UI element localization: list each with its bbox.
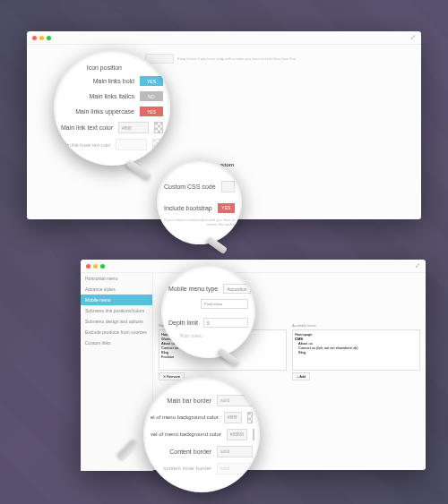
add-button[interactable]: + Add — [292, 372, 310, 380]
sidebar-item[interactable]: Advance styles — [81, 284, 152, 295]
expand-icon[interactable]: ⤢ — [415, 262, 422, 269]
available-items-list[interactable]: Homepage CMS About us Contact us (link n… — [292, 329, 420, 371]
sidebar: Horizontal menu Advance styles Mobile me… — [81, 273, 153, 471]
titlebar — [27, 31, 421, 45]
zoom-icon[interactable] — [100, 264, 105, 269]
sidebar-item[interactable]: Exclude products from sources — [81, 327, 152, 337]
zoom-icon[interactable] — [47, 36, 51, 40]
minimize-icon[interactable] — [39, 36, 44, 40]
sidebar-item[interactable]: Submenu link positions/colors — [81, 305, 152, 316]
magnifier-mobile-menu: Mobile menu typeAccordion .Push menu Dep… — [161, 264, 255, 358]
close-icon[interactable] — [86, 264, 90, 269]
titlebar — [81, 260, 426, 273]
magnifier-borders: Main bar bordersolid el of menu backgrou… — [143, 376, 260, 492]
expand-icon[interactable]: ⤢ — [410, 34, 418, 41]
magnifier-main-links: Icon position Main links boldYES Main li… — [54, 49, 170, 166]
sidebar-item[interactable]: Custom links — [81, 337, 152, 348]
sidebar-item-active[interactable]: Mobile menu — [81, 295, 152, 305]
sidebar-item[interactable]: Horizontal menu — [81, 273, 152, 284]
close-icon[interactable] — [32, 36, 37, 40]
minimize-icon[interactable] — [93, 264, 98, 269]
menu-css-hint: Keep it here if you have a big with a me… — [177, 56, 296, 61]
sidebar-item[interactable]: Submenu design and options — [81, 316, 152, 327]
magnifier-custom-css: Custom CSS code Include bootstrapYES If … — [157, 159, 242, 244]
